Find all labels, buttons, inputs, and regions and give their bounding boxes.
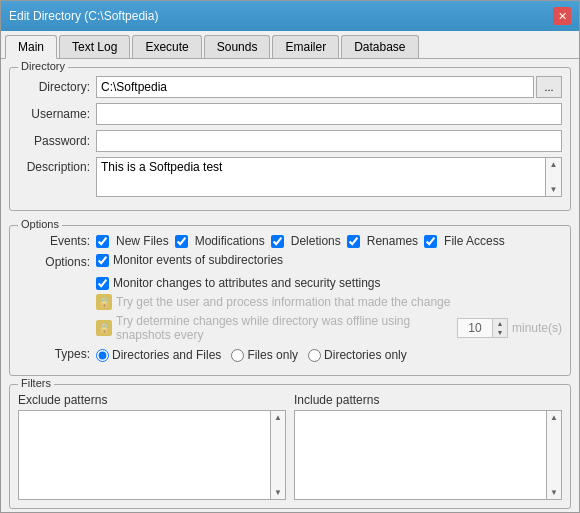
events-label: Events: [18, 234, 96, 248]
exclude-title: Exclude patterns [18, 393, 286, 407]
event-file-access-label: File Access [444, 234, 505, 248]
type-dirs-only-radio[interactable] [308, 349, 321, 362]
exclude-col: Exclude patterns ▲ ▼ [18, 393, 286, 500]
monitor-attrs-checkbox[interactable] [96, 277, 109, 290]
options-group: Options Events: New Files Modifications [9, 225, 571, 376]
types-label: Types: [18, 347, 96, 361]
username-row: Username: [18, 103, 562, 125]
event-modifications-checkbox[interactable] [175, 235, 188, 248]
types-list: Directories and Files Files only Directo… [96, 348, 407, 362]
types-row: Types: Directories and Files Files only … [18, 346, 562, 362]
event-file-access: File Access [424, 234, 505, 248]
description-label: Description: [18, 157, 96, 174]
options-group-title: Options [18, 218, 62, 230]
spin-up-button[interactable]: ▲ [493, 319, 507, 328]
event-modifications: Modifications [175, 234, 265, 248]
lock2-icon: 🔒 [96, 320, 112, 336]
filters-group-title: Filters [18, 377, 54, 389]
event-renames-label: Renames [367, 234, 418, 248]
username-input[interactable] [96, 103, 562, 125]
lock2-row: 🔒 Try determine changes while directory … [18, 314, 562, 342]
lock1-icon: 🔒 [96, 294, 112, 310]
monitor-attrs-label: Monitor changes to attributes and securi… [113, 276, 380, 290]
password-label: Password: [18, 134, 96, 148]
spinner-buttons: ▲ ▼ [493, 318, 508, 338]
event-new-files-label: New Files [116, 234, 169, 248]
directory-group: Directory Directory: ... Username: Passw… [9, 67, 571, 211]
spinner-group: ▲ ▼ [457, 318, 508, 338]
type-dirs-files-label: Directories and Files [112, 348, 221, 362]
type-dirs-only-label: Directories only [324, 348, 407, 362]
type-files-only-radio[interactable] [231, 349, 244, 362]
events-row: Events: New Files Modifications Deletion… [18, 234, 562, 248]
tab-bar: Main Text Log Execute Sounds Emailer Dat… [1, 31, 579, 59]
tab-emailer[interactable]: Emailer [272, 35, 339, 58]
monitor-subdirs-label: Monitor events of subdirectories [113, 253, 283, 267]
directory-input[interactable] [96, 76, 534, 98]
filters-columns: Exclude patterns ▲ ▼ Include patterns [18, 393, 562, 500]
directory-row: Directory: ... [18, 76, 562, 98]
include-scrollbar: ▲ ▼ [547, 410, 562, 500]
spin-down-button[interactable]: ▼ [493, 328, 507, 337]
close-button[interactable]: ✕ [553, 7, 571, 25]
include-textarea[interactable] [294, 410, 547, 500]
events-list: New Files Modifications Deletions Rename… [96, 234, 505, 248]
password-row: Password: [18, 130, 562, 152]
event-file-access-checkbox[interactable] [424, 235, 437, 248]
window-title: Edit Directory (C:\Softpedia) [9, 9, 158, 23]
tab-sounds[interactable]: Sounds [204, 35, 271, 58]
directory-label: Directory: [18, 80, 96, 94]
main-window: Edit Directory (C:\Softpedia) ✕ Main Tex… [0, 0, 580, 513]
main-content: Directory Directory: ... Username: Passw… [1, 59, 579, 512]
event-renames: Renames [347, 234, 418, 248]
tab-main[interactable]: Main [5, 35, 57, 59]
description-input[interactable]: This is a Softpedia test [96, 157, 546, 197]
exclude-scrollbar: ▲ ▼ [271, 410, 286, 500]
options-row: Options: Monitor events of subdirectorie… [18, 253, 562, 271]
event-new-files-checkbox[interactable] [96, 235, 109, 248]
filters-group: Filters Exclude patterns ▲ ▼ In [9, 384, 571, 509]
tab-text-log[interactable]: Text Log [59, 35, 130, 58]
filters-section: Filters Exclude patterns ▲ ▼ In [9, 384, 571, 509]
directory-group-title: Directory [18, 60, 68, 72]
tab-database[interactable]: Database [341, 35, 418, 58]
event-deletions-label: Deletions [291, 234, 341, 248]
event-renames-checkbox[interactable] [347, 235, 360, 248]
monitor-attrs-row: Monitor changes to attributes and securi… [18, 276, 562, 290]
tab-execute[interactable]: Execute [132, 35, 201, 58]
title-bar: Edit Directory (C:\Softpedia) ✕ [1, 1, 579, 31]
event-deletions: Deletions [271, 234, 341, 248]
description-scrollbar: ▲ ▼ [546, 157, 562, 197]
lock1-row: 🔒 Try get the user and process informati… [18, 294, 562, 310]
include-col: Include patterns ▲ ▼ [294, 393, 562, 500]
username-label: Username: [18, 107, 96, 121]
event-deletions-checkbox[interactable] [271, 235, 284, 248]
minute-label: minute(s) [512, 321, 562, 335]
monitor-subdirs-checkbox[interactable] [96, 254, 109, 267]
include-title: Include patterns [294, 393, 562, 407]
event-new-files: New Files [96, 234, 169, 248]
password-input[interactable] [96, 130, 562, 152]
lock2-text: Try determine changes while directory wa… [116, 314, 453, 342]
type-files-only-label: Files only [247, 348, 298, 362]
exclude-textarea[interactable] [18, 410, 271, 500]
type-dirs-only: Directories only [308, 348, 407, 362]
event-modifications-label: Modifications [195, 234, 265, 248]
type-dirs-files: Directories and Files [96, 348, 221, 362]
options-label: Options: [18, 255, 96, 269]
description-row: Description: This is a Softpedia test ▲ … [18, 157, 562, 197]
type-dirs-files-radio[interactable] [96, 349, 109, 362]
snapshot-interval-input[interactable] [457, 318, 493, 338]
lock1-text: Try get the user and process information… [116, 295, 450, 309]
type-files-only: Files only [231, 348, 298, 362]
browse-button[interactable]: ... [536, 76, 562, 98]
monitor-subdirs-row: Monitor events of subdirectories [96, 253, 283, 267]
